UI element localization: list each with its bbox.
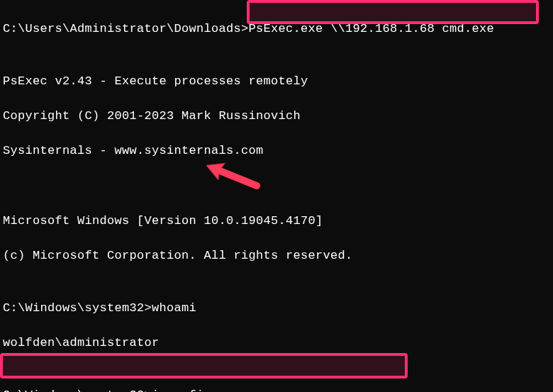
prompt-path: C:\Windows\system32> <box>3 301 152 315</box>
psexec-url: Sysinternals - www.sysinternals.com <box>3 142 553 160</box>
prompt-path: C:\Windows\system32> <box>3 388 152 392</box>
whoami-output: wolfden\administrator <box>3 335 553 352</box>
whoami-command: whoami <box>152 301 196 315</box>
psexec-copyright: Copyright (C) 2001-2023 Mark Russinovich <box>3 108 553 125</box>
terminal-output[interactable]: C:\Users\Administrator\Downloads>PsExec.… <box>3 3 553 392</box>
windows-copyright: (c) Microsoft Corporation. All rights re… <box>3 247 553 265</box>
psexec-banner: PsExec v2.43 - Execute processes remotel… <box>3 73 553 91</box>
ipconfig-command: ipconfig <box>152 388 211 392</box>
windows-version: Microsoft Windows [Version 10.0.19045.41… <box>3 213 553 230</box>
psexec-command: PsExec.exe \\192.168.1.68 cmd.exe <box>249 22 495 35</box>
prompt-path: C:\Users\Administrator\Downloads> <box>3 22 249 35</box>
